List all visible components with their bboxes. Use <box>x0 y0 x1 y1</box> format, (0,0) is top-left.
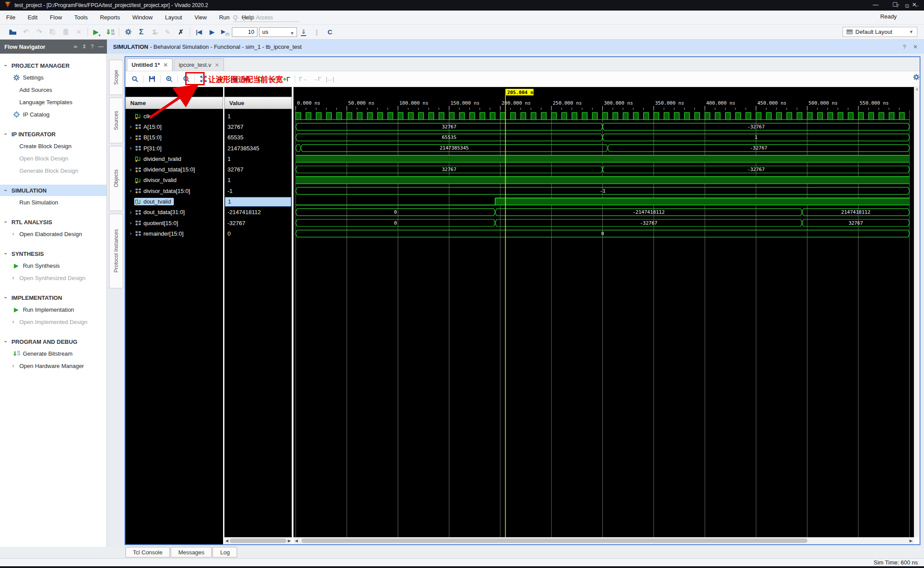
float-window-icon[interactable]: ⧉ <box>905 3 909 10</box>
signal-value[interactable]: -1 <box>224 186 292 196</box>
name-column-header[interactable]: Name <box>125 97 223 109</box>
minimize-button[interactable]: — <box>866 0 885 11</box>
menu-view[interactable]: View <box>188 14 213 21</box>
scroll-left-icon[interactable]: ◀ <box>225 539 228 543</box>
signal-row[interactable]: dividend_tvalid <box>125 153 223 164</box>
expand-all-icon[interactable]: ⇕ <box>82 44 86 50</box>
signal-value[interactable]: 0 <box>224 228 292 239</box>
expand-chevron-icon[interactable]: › <box>127 209 134 215</box>
time-unit-select[interactable]: us▼ <box>259 27 297 37</box>
tab-ipcore-test-v[interactable]: ipcore_test.v✕ <box>174 58 224 71</box>
flow-item-open-hardware-manager[interactable]: ›Open Hardware Manager <box>0 360 106 372</box>
waveform-settings-gear-icon[interactable] <box>913 74 920 82</box>
expand-chevron-icon[interactable]: › <box>127 135 134 141</box>
flow-item-settings[interactable]: Settings <box>0 71 106 84</box>
previous-transition-icon[interactable]: Γ← <box>299 74 308 84</box>
quick-access-search[interactable]: Q· Quick Access <box>233 13 299 22</box>
help-icon[interactable]: ? <box>91 44 94 50</box>
wave-save-icon[interactable] <box>147 74 157 84</box>
side-tab-sources[interactable]: Sources <box>109 98 123 143</box>
menu-layout[interactable]: Layout <box>159 14 188 21</box>
expand-chevron-icon[interactable]: › <box>127 124 134 130</box>
flow-section-program-and-debug[interactable]: ›PROGRAM AND DEBUG <box>0 336 106 347</box>
menu-reports[interactable]: Reports <box>94 14 126 21</box>
value-column-header[interactable]: Value <box>224 97 292 109</box>
flow-item-open-elaborated-design[interactable]: ›Open Elaborated Design <box>0 228 106 240</box>
signal-row[interactable]: dout_tvalid <box>125 196 223 207</box>
signal-row[interactable]: clk <box>125 111 223 121</box>
signal-row[interactable]: ›divisor_tdata[15:0] <box>125 186 223 196</box>
help-icon[interactable]: ? <box>896 3 899 10</box>
flow-item-open-synthesized-design[interactable]: ›Open Synthesized Design <box>0 272 106 284</box>
elaborate-disabled-icon[interactable]: Σ̶ <box>149 27 160 37</box>
flow-item-add-sources[interactable]: Add Sources <box>0 84 106 96</box>
menu-flow[interactable]: Flow <box>44 14 68 21</box>
signal-value[interactable]: 32767 <box>224 121 292 132</box>
console-tab-log[interactable]: Log <box>213 547 237 557</box>
waveform-display[interactable]: 0.000 ns50.000 ns100.000 ns150.000 ns200… <box>293 87 914 537</box>
signal-row[interactable]: ›B[15:0] <box>125 132 223 143</box>
breakpoint-icon[interactable]: ✗ <box>176 27 186 37</box>
signal-value[interactable]: 32767 <box>224 164 292 175</box>
flow-item-open-block-design[interactable]: Open Block Design <box>0 152 106 164</box>
open-project-icon[interactable] <box>7 27 18 37</box>
scroll-left-icon[interactable]: ◀ <box>295 539 298 543</box>
step-icon[interactable]: ⇓ <box>298 27 309 37</box>
run-time-input[interactable] <box>232 27 257 37</box>
side-tab-objects[interactable]: Objects <box>109 146 123 211</box>
signal-row[interactable]: ›quotient[15:0] <box>125 218 223 228</box>
signal-value[interactable]: -32767 <box>224 218 292 228</box>
run-all-icon[interactable]: ▶ <box>207 27 217 37</box>
close-icon[interactable]: ✕ <box>215 62 219 68</box>
signal-value[interactable]: 65535 <box>224 132 292 143</box>
maximize-pane-icon[interactable]: ⌐ <box>915 3 919 10</box>
flow-item-language-templates[interactable]: Language Templates <box>0 96 106 108</box>
flow-item-create-block-design[interactable]: Create Block Design <box>0 140 106 152</box>
help-icon[interactable]: ? <box>903 44 906 50</box>
signal-row[interactable]: ›dout_tdata[31:0] <box>125 207 223 218</box>
delete-icon[interactable]: ✕ <box>73 27 84 37</box>
redo-icon[interactable]: ↷ <box>34 27 44 37</box>
waveform-canvas[interactable]: 0.000 ns50.000 ns100.000 ns150.000 ns200… <box>293 87 914 537</box>
signal-value[interactable]: 1 <box>224 175 292 186</box>
signal-value[interactable]: 1 <box>224 153 292 164</box>
signal-value[interactable]: 1 <box>224 196 292 207</box>
expand-chevron-icon[interactable]: › <box>127 188 134 194</box>
flow-section-synthesis[interactable]: ›SYNTHESIS <box>0 248 106 259</box>
expand-chevron-icon[interactable]: › <box>127 145 134 151</box>
flow-item-generate-bitstream[interactable]: ⇓0110Generate Bitstream <box>0 347 106 360</box>
signal-row[interactable]: ›dividend_tdata[15:0] <box>125 164 223 175</box>
menu-tools[interactable]: Tools <box>68 14 94 21</box>
menu-edit[interactable]: Edit <box>22 14 44 21</box>
signal-row[interactable]: ›A[15:0] <box>125 121 223 132</box>
zoom-in-icon[interactable] <box>164 74 174 84</box>
signal-row[interactable]: ›P[31:0] <box>125 143 223 153</box>
menu-window[interactable]: Window <box>126 14 159 21</box>
flow-section-project-manager[interactable]: ›PROJECT MANAGER <box>0 60 106 71</box>
edit-disabled-icon[interactable]: ✎ <box>162 27 173 37</box>
scrollbar-thumb[interactable] <box>230 539 286 543</box>
expand-chevron-icon[interactable]: › <box>127 167 134 173</box>
signal-row[interactable]: ›remainder[15:0] <box>125 228 223 239</box>
scroll-right-icon[interactable]: ▶ <box>288 539 291 543</box>
waveform-horizontal-scrollbar[interactable]: ◀ ▶ <box>293 537 914 544</box>
close-simulation-icon[interactable]: ✕ <box>913 44 918 50</box>
signal-value[interactable]: 2147385345 <box>224 143 292 153</box>
layout-selector[interactable]: Default Layout ▼ <box>843 27 917 37</box>
side-tab-scope[interactable]: Scope <box>109 60 123 95</box>
expand-chevron-icon[interactable]: › <box>127 220 134 226</box>
values-horizontal-scrollbar[interactable]: ◀ ▶ <box>224 537 292 544</box>
wave-search-icon[interactable] <box>130 74 139 84</box>
scrollbar-thumb[interactable] <box>301 539 807 543</box>
minimize-panel-icon[interactable]: — <box>98 44 103 50</box>
generate-bitstream-icon[interactable]: ⇓0110 <box>105 27 115 37</box>
next-transition-icon[interactable]: →Γ <box>312 74 322 84</box>
flow-item-run-synthesis[interactable]: ▶Run Synthesis <box>0 259 106 272</box>
collapse-all-icon[interactable]: ≍ <box>73 44 77 50</box>
flow-section-simulation[interactable]: ›SIMULATION <box>0 185 106 196</box>
settings-icon[interactable] <box>123 27 133 37</box>
signal-row[interactable]: divisor_tvalid <box>125 175 223 186</box>
add-marker-icon[interactable]: +Γ <box>282 74 291 84</box>
console-tab-messages[interactable]: Messages <box>171 547 212 557</box>
side-tab-protocol-instances[interactable]: Protocol Instances <box>109 214 123 288</box>
